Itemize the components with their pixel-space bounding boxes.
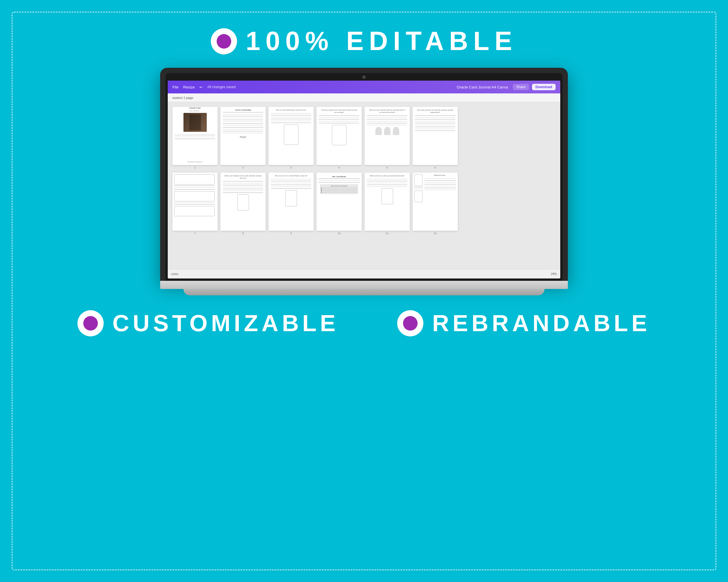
page-7-num: 7 [173,232,217,235]
page-3-question: Pick of a card. What does it mean for yo… [271,109,311,111]
page-12-content: Additional notes... [413,172,458,231]
page-6-question: How many times do you read the cards per… [415,109,456,113]
canva-share-button[interactable]: Share [513,84,529,90]
table-row: Additional notes... [413,172,458,235]
page-2-title: Oracle Card Reading [223,109,263,111]
rebrandable-item: REBRANDABLE [397,310,651,337]
page-1-figure [189,114,201,130]
page-11-num: 11 [365,232,410,235]
table-row: Have you ever read the cards for someone… [365,107,410,169]
canva-resize-menu[interactable]: Resize [183,85,195,89]
laptop-bezel: File Resize ↩ All changes saved Oracle C… [165,73,563,281]
page-10-content: My Card Decks My Favourite Card Decks [316,172,362,197]
rebrandable-label: REBRANDABLE [432,310,651,337]
page-11-thumb[interactable]: Which card do you wish you had drawn tha… [365,172,410,231]
page-9-num: 9 [268,232,314,235]
table-row: Choose a random card. How does it make y… [316,107,362,169]
customizable-label: CUSTOMIZABLE [112,310,339,337]
rebrandable-icon [397,310,423,336]
page-8-num: 8 [220,232,266,235]
page-9-card [285,190,297,206]
page-4-num: 4 [316,166,362,169]
table-row: Pick one card. Is it a friend? Make a no… [268,172,314,235]
table-row: Oracle Card JOURNAL [173,107,217,169]
page-1-subtitle: JOURNAL [173,110,217,112]
editable-icon [211,28,237,54]
page-11-content: Which card do you wish you had drawn tha… [365,172,410,207]
page-6-thumb[interactable]: How many times do you read the cards per… [413,107,458,165]
page-12-question: Additional notes... [424,174,456,177]
page-1-footer: This planner belongs to [173,161,217,163]
table-row: How many times do you read the cards per… [413,107,458,169]
pages-row-2: 7 Share your thoughts on the cards. Did … [173,172,555,235]
canva-file-menu[interactable]: File [173,85,179,89]
page-4-question: Choose a random card. How does it make y… [319,109,359,113]
page-12-num: 12 [413,232,458,235]
page-2-content: Oracle Card Reading [220,107,266,141]
page-2-num: 2 [220,166,266,169]
page-10-num: 10 [316,232,362,235]
canva-undo-icon: ↩ [200,85,203,89]
page-8-question: Share your thoughts on the cards. Did th… [223,175,263,179]
canva-ui: File Resize ↩ All changes saved Oracle C… [168,81,560,278]
canva-title: Oracle Card Journal A4 Canva [457,85,508,89]
laptop: File Resize ↩ All changes saved Oracle C… [160,68,568,295]
canva-zoom-level: 24% [551,272,557,276]
page-8-card [237,194,249,211]
page-5-num: 5 [365,166,410,169]
enjoy-text: Enjoy! [223,136,263,138]
page-5-thumb[interactable]: Have you ever read the cards for someone… [365,107,410,165]
page-5-deco [367,127,407,135]
page-4-content: Choose a random card. How does it make y… [316,107,362,149]
laptop-foot [183,289,545,295]
canva-content: Oracle Card JOURNAL [168,102,560,269]
page-9-thumb[interactable]: Pick one card. Is it a friend? Make a no… [268,172,314,231]
laptop-camera [362,75,366,79]
top-section: 100% EDITABLE [0,0,728,56]
rebrandable-icon-inner [403,316,418,331]
canva-subbar: eselect 1 page [168,93,560,102]
page-3-card [284,124,298,145]
page-1-title: Oracle Card [173,107,217,109]
fav-decks-box: My Favourite Card Decks [320,184,358,194]
page-3-content: Pick of a card. What does it mean for yo… [268,107,314,148]
page-11-question: Which card do you wish you had drawn tha… [367,175,407,177]
table-row: 7 [173,172,217,235]
table-row: Share your thoughts on the cards. Did th… [220,172,266,235]
page-3-thumb[interactable]: Pick of a card. What does it mean for yo… [268,107,314,165]
page-6-num: 6 [413,166,458,169]
page-3-num: 3 [268,166,314,169]
page-9-content: Pick one card. Is it a friend? Make a no… [268,172,314,209]
page-9-question: Pick one card. Is it a friend? Make a no… [271,175,311,177]
page-8-thumb[interactable]: Share your thoughts on the cards. Did th… [220,172,266,231]
pages-row-1: Oracle Card JOURNAL [173,107,555,169]
page-1-num: 1 [173,166,217,169]
page-12-thumb[interactable]: Additional notes... [413,172,458,231]
customizable-item: CUSTOMIZABLE [77,310,339,337]
page-10-thumb[interactable]: My Card Decks My Favourite Card Decks [316,172,362,231]
table-row: My Card Decks My Favourite Card Decks [316,172,362,235]
page-1-lines [173,133,217,142]
page-6-content: How many times do you read the cards per… [413,107,458,135]
customizable-icon [77,310,104,336]
table-row: Which card do you wish you had drawn tha… [365,172,410,235]
page-5-question: Have you ever read the cards for someone… [367,109,407,113]
customizable-icon-inner [83,316,98,331]
canva-bottom-bar: notes 24% [168,269,560,278]
editable-title: 100% EDITABLE [246,26,517,56]
page-5-content: Have you ever read the cards for someone… [365,107,410,137]
page-4-card [332,125,346,145]
editable-icon-inner [217,34,231,49]
page-4-thumb[interactable]: Choose a random card. How does it make y… [316,107,362,165]
canva-toolbar: File Resize ↩ All changes saved Oracle C… [168,81,560,93]
page-2-thumb[interactable]: Oracle Card Reading [220,107,266,165]
page-7-thumb[interactable] [173,172,217,231]
canva-saved-status: All changes saved [207,85,236,89]
page-1-thumb[interactable]: Oracle Card JOURNAL [173,107,217,165]
laptop-wrapper: File Resize ↩ All changes saved Oracle C… [0,68,728,295]
table-row: Oracle Card Reading [220,107,266,169]
canva-download-button[interactable]: Download [532,84,555,90]
laptop-screen-outer: File Resize ↩ All changes saved Oracle C… [160,68,568,281]
page-1-image [183,113,207,132]
fav-decks-title: My Favourite Card Decks [321,185,357,187]
